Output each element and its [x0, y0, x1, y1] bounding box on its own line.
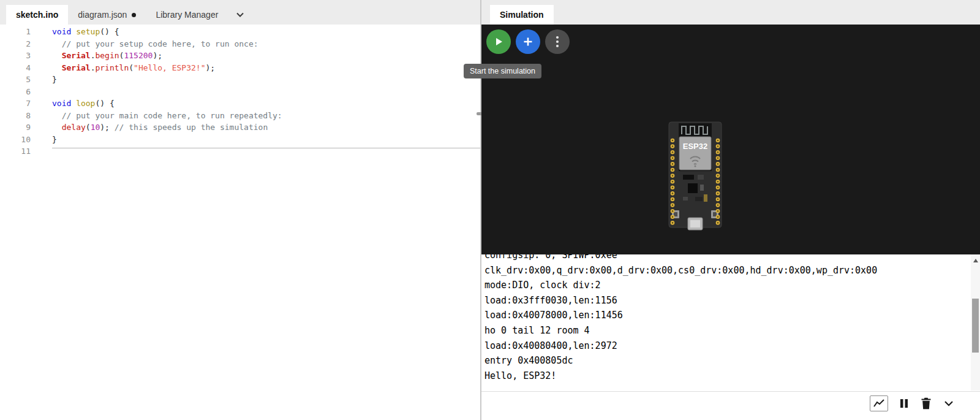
line-number: 8: [0, 110, 31, 122]
tab-label: Library Manager: [156, 10, 218, 20]
tab-label: Simulation: [500, 10, 544, 20]
code-token: "Hello, ESP32!": [134, 63, 205, 72]
wokwi-app: sketch.ino diagram.json Library Manager …: [0, 0, 980, 420]
code-line[interactable]: void loop() {: [52, 97, 282, 110]
line-number: 3: [0, 50, 31, 62]
chevron-down-icon[interactable]: [236, 5, 244, 25]
more-options-button[interactable]: [545, 29, 570, 54]
tab-diagram-json[interactable]: diagram.json: [68, 5, 146, 25]
code-token: begin: [95, 51, 119, 60]
start-simulation-tooltip: Start the simulation: [464, 64, 541, 78]
code-token: // put your main code here, to run repea…: [52, 111, 282, 120]
serial-output[interactable]: configsip: 0, SPIWP:0xeeclk_drv:0x00,q_d…: [481, 254, 971, 391]
simulation-panel: Simulation: [481, 0, 980, 420]
code-token: void: [52, 99, 71, 108]
code-token: // put your setup code here, to run once…: [52, 39, 258, 48]
play-icon: [493, 36, 504, 47]
code-token: 10: [91, 123, 100, 132]
code-token: (: [86, 123, 91, 132]
serial-line: Hello, ESP32!: [484, 368, 971, 384]
code-token: Serial: [62, 51, 91, 60]
code-token: [71, 27, 76, 36]
tab-sketch-ino[interactable]: sketch.ino: [6, 5, 68, 25]
code-token: // this speeds up the simulation: [115, 123, 268, 132]
antenna-trace: [682, 126, 707, 134]
simulation-tab-bar: Simulation: [481, 0, 980, 25]
code-token: [52, 51, 62, 60]
scroll-up-arrow-icon[interactable]: [973, 259, 978, 262]
code-line[interactable]: Serial.begin(115200);: [52, 50, 282, 62]
code-token: [52, 63, 62, 72]
serial-scrollbar[interactable]: [971, 254, 980, 391]
tab-simulation[interactable]: Simulation: [490, 5, 554, 25]
code-line[interactable]: Serial.println("Hello, ESP32!");: [52, 62, 282, 74]
code-line[interactable]: }: [52, 134, 282, 146]
code-token: println: [95, 63, 129, 72]
code-token: () {: [100, 27, 119, 36]
code-token: );: [205, 63, 215, 72]
serial-line: load:0x40080400,len:2972: [484, 338, 971, 354]
serial-line: configsip: 0, SPIWP:0xee: [484, 254, 971, 263]
code-token: Serial: [62, 63, 91, 72]
line-number: 2: [0, 38, 31, 50]
scrollbar-thumb[interactable]: [972, 299, 979, 353]
tab-label: diagram.json: [78, 10, 127, 20]
code-token: loop: [76, 99, 95, 108]
tab-library-manager[interactable]: Library Manager: [146, 5, 228, 25]
pause-console-button[interactable]: [898, 395, 910, 411]
trash-icon: [920, 397, 932, 410]
editor-panel: sketch.ino diagram.json Library Manager …: [0, 0, 480, 420]
code-line[interactable]: [52, 145, 282, 158]
simulation-controls: [486, 29, 570, 54]
serial-line: mode:DIO, clock div:2: [484, 278, 971, 293]
vertical-dots-icon: [556, 36, 559, 48]
code-token: );: [100, 123, 114, 132]
line-number: 1: [0, 26, 31, 38]
serial-line: ho 0 tail 12 room 4: [484, 323, 971, 338]
simulation-canvas[interactable]: ESP32: [481, 25, 980, 254]
code-token: [52, 123, 62, 132]
line-number: 5: [0, 74, 31, 86]
current-line-rule: [52, 148, 480, 148]
editor-tab-bar: sketch.ino diagram.json Library Manager: [0, 0, 480, 25]
serial-toolbar: [481, 391, 980, 420]
code-token: }: [52, 75, 57, 84]
code-line[interactable]: void setup() {: [52, 26, 282, 38]
chevron-down-icon: [942, 397, 956, 410]
code-token: }: [52, 135, 57, 144]
code-line[interactable]: }: [52, 74, 282, 86]
pause-icon: [898, 397, 910, 410]
code-editor[interactable]: 1234567891011 void setup() { // put your…: [0, 25, 480, 420]
serial-line: load:0x40078000,len:11456: [484, 308, 971, 323]
esp32-board[interactable]: ESP32: [667, 121, 723, 231]
code-line[interactable]: [52, 86, 282, 98]
code-token: () {: [95, 99, 114, 108]
serial-line: clk_drv:0x00,q_drv:0x00,d_drv:0x00,cs0_d…: [484, 263, 971, 278]
tab-label: sketch.ino: [16, 10, 58, 20]
start-simulation-button[interactable]: [486, 29, 511, 54]
collapse-console-button[interactable]: [942, 395, 956, 411]
line-number: 11: [0, 145, 31, 158]
code-line[interactable]: // put your setup code here, to run once…: [52, 38, 282, 50]
line-number: 4: [0, 62, 31, 74]
code-token: void: [52, 27, 71, 36]
code-token: setup: [76, 27, 100, 36]
code-token: (: [129, 63, 134, 72]
code-line[interactable]: delay(10); // this speeds up the simulat…: [52, 121, 282, 134]
line-number: 10: [0, 134, 31, 146]
line-number: 6: [0, 86, 31, 98]
usb-connector: [688, 218, 703, 230]
serial-line: entry 0x400805dc: [484, 353, 971, 368]
serial-monitor: configsip: 0, SPIWP:0xeeclk_drv:0x00,q_d…: [481, 254, 980, 420]
code-content[interactable]: void setup() { // put your setup code he…: [39, 25, 282, 420]
serial-plotter-button[interactable]: [870, 395, 888, 411]
wifi-dot: [695, 166, 696, 167]
clear-console-button[interactable]: [920, 395, 932, 411]
code-token: 115200: [124, 51, 153, 60]
serial-plotter-icon: [873, 399, 885, 408]
line-numbers-gutter: 1234567891011: [0, 25, 39, 420]
unsaved-changes-dot: [132, 13, 136, 17]
code-line[interactable]: // put your main code here, to run repea…: [52, 110, 282, 122]
add-part-button[interactable]: [516, 29, 540, 54]
code-token: delay: [62, 123, 86, 132]
